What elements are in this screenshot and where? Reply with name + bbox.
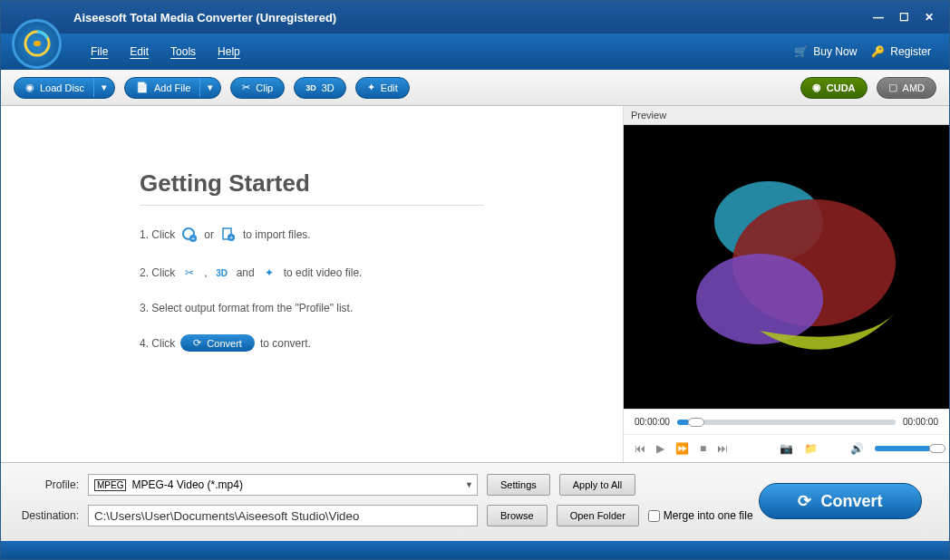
file-list-pane: Getting Started 1. Click + or + to impor… bbox=[1, 106, 623, 462]
preview-graphic bbox=[651, 150, 923, 385]
3d-icon: 3D bbox=[213, 264, 231, 282]
chevron-down-icon: ▼ bbox=[465, 480, 473, 489]
refresh-icon: ⟳ bbox=[193, 337, 201, 349]
svg-text:+: + bbox=[191, 235, 196, 243]
prev-button[interactable]: ⏮ bbox=[635, 442, 645, 455]
key-icon: 🔑 bbox=[871, 45, 885, 58]
profile-value: MPEG-4 Video (*.mp4) bbox=[131, 478, 243, 491]
refresh-icon: ⟳ bbox=[798, 491, 811, 511]
scissors-icon: ✂ bbox=[242, 82, 250, 93]
amd-label: AMD bbox=[903, 82, 925, 93]
play-button[interactable]: ▶ bbox=[656, 442, 664, 455]
destination-input[interactable] bbox=[88, 505, 478, 526]
cuda-label: CUDA bbox=[827, 82, 856, 93]
cuda-button[interactable]: ◉ CUDA bbox=[800, 77, 868, 99]
mini-convert-badge: ⟳ Convert bbox=[180, 334, 255, 352]
register-button[interactable]: 🔑 Register bbox=[864, 42, 938, 62]
getting-started-title: Getting Started bbox=[140, 169, 484, 206]
buy-now-label: Buy Now bbox=[813, 45, 857, 58]
step-2: 2. Click ✂ , 3D and ✦ to edit video file… bbox=[140, 264, 484, 282]
stop-button[interactable]: ■ bbox=[700, 442, 706, 455]
fast-forward-button[interactable]: ⏩ bbox=[675, 442, 689, 455]
chevron-down-icon[interactable]: ▾ bbox=[199, 78, 220, 97]
maximize-button[interactable]: ☐ bbox=[893, 9, 915, 25]
snapshot-folder-button[interactable]: 📁 bbox=[804, 442, 818, 455]
edit-label: Edit bbox=[381, 82, 398, 93]
apply-all-button[interactable]: Apply to All bbox=[559, 474, 635, 496]
load-disc-label: Load Disc bbox=[40, 82, 84, 93]
menu-edit[interactable]: Edit bbox=[119, 40, 160, 63]
nvidia-icon: ◉ bbox=[812, 82, 821, 93]
menu-tools[interactable]: Tools bbox=[160, 40, 207, 63]
volume-slider[interactable] bbox=[875, 446, 938, 451]
open-folder-button[interactable]: Open Folder bbox=[557, 505, 639, 526]
app-logo bbox=[12, 19, 62, 69]
statusbar bbox=[1, 541, 949, 559]
effects-icon: ✦ bbox=[260, 264, 278, 282]
3d-icon: 3D bbox=[305, 83, 316, 92]
step-4: 4. Click ⟳ Convert to convert. bbox=[140, 334, 484, 352]
scissors-icon: ✂ bbox=[180, 264, 199, 282]
clip-button[interactable]: ✂ Clip bbox=[230, 77, 285, 99]
volume-icon[interactable]: 🔊 bbox=[850, 442, 864, 455]
add-file-label: Add File bbox=[154, 82, 190, 93]
clip-label: Clip bbox=[256, 82, 273, 93]
edit-button[interactable]: ✦ Edit bbox=[355, 77, 410, 99]
logo-icon bbox=[23, 29, 52, 58]
amd-button[interactable]: ▢ AMD bbox=[877, 77, 936, 99]
getting-started: Getting Started 1. Click + or + to impor… bbox=[140, 169, 484, 372]
time-total: 00:00:00 bbox=[903, 417, 938, 427]
settings-button[interactable]: Settings bbox=[487, 474, 550, 496]
3d-button[interactable]: 3D 3D bbox=[294, 77, 346, 99]
amd-icon: ▢ bbox=[888, 82, 897, 93]
timeline: 00:00:00 00:00:00 bbox=[624, 409, 949, 434]
volume-thumb[interactable] bbox=[929, 444, 945, 453]
close-button[interactable]: ✕ bbox=[918, 9, 940, 25]
time-current: 00:00:00 bbox=[635, 417, 670, 427]
app-window: Aiseesoft Total Media Converter (Unregis… bbox=[0, 0, 950, 560]
menu-file[interactable]: File bbox=[80, 40, 119, 63]
minimize-button[interactable]: — bbox=[868, 9, 889, 25]
toolbar: ◉ Load Disc ▾ 📄 Add File ▾ ✂ Clip 3D 3D … bbox=[1, 70, 949, 106]
merge-checkbox[interactable] bbox=[648, 510, 660, 522]
convert-button[interactable]: ⟳ Convert bbox=[759, 483, 922, 519]
seek-slider[interactable] bbox=[677, 420, 896, 425]
disc-icon: ◉ bbox=[25, 82, 34, 93]
preview-pane: Preview 00:00:00 00:00:00 ⏮ ▶ ⏩ ■ ⏭ bbox=[623, 106, 949, 462]
menu-help[interactable]: Help bbox=[207, 40, 251, 63]
svg-text:+: + bbox=[229, 234, 234, 242]
svg-point-1 bbox=[34, 41, 41, 46]
add-file-icon: 📄 bbox=[136, 82, 149, 93]
preview-label: Preview bbox=[624, 106, 949, 125]
seek-thumb[interactable] bbox=[688, 418, 704, 427]
preview-video[interactable] bbox=[624, 125, 949, 409]
add-file-button[interactable]: 📄 Add File ▾ bbox=[124, 77, 221, 99]
player-controls: ⏮ ▶ ⏩ ■ ⏭ 📷 📁 🔊 bbox=[624, 434, 949, 462]
step-3: 3. Select output format from the "Profil… bbox=[140, 302, 484, 314]
window-title: Aiseesoft Total Media Converter (Unregis… bbox=[10, 11, 864, 24]
next-button[interactable]: ⏭ bbox=[717, 442, 728, 455]
edit-icon: ✦ bbox=[367, 82, 375, 93]
3d-label: 3D bbox=[322, 82, 334, 93]
merge-label: Merge into one file bbox=[664, 509, 753, 522]
buy-now-button[interactable]: 🛒 Buy Now bbox=[787, 42, 864, 62]
merge-checkbox-label[interactable]: Merge into one file bbox=[648, 509, 753, 522]
convert-label: Convert bbox=[820, 492, 882, 511]
file-add-icon: + bbox=[219, 226, 238, 244]
profile-label: Profile: bbox=[19, 478, 79, 491]
titlebar: Aiseesoft Total Media Converter (Unregis… bbox=[1, 1, 949, 34]
main-area: Getting Started 1. Click + or + to impor… bbox=[1, 106, 949, 462]
destination-label: Destination: bbox=[19, 509, 79, 522]
profile-dropdown[interactable]: MPEG MPEG-4 Video (*.mp4) ▼ bbox=[88, 474, 478, 496]
step-1: 1. Click + or + to import files. bbox=[140, 226, 484, 244]
cart-icon: 🛒 bbox=[794, 45, 808, 58]
chevron-down-icon[interactable]: ▾ bbox=[93, 78, 114, 97]
disc-add-icon: + bbox=[180, 226, 199, 244]
load-disc-button[interactable]: ◉ Load Disc ▾ bbox=[14, 77, 115, 99]
menubar: File Edit Tools Help 🛒 Buy Now 🔑 Registe… bbox=[1, 34, 949, 70]
register-label: Register bbox=[890, 45, 931, 58]
browse-button[interactable]: Browse bbox=[487, 505, 548, 526]
snapshot-button[interactable]: 📷 bbox=[780, 442, 793, 455]
mp4-icon: MPEG bbox=[94, 479, 126, 491]
